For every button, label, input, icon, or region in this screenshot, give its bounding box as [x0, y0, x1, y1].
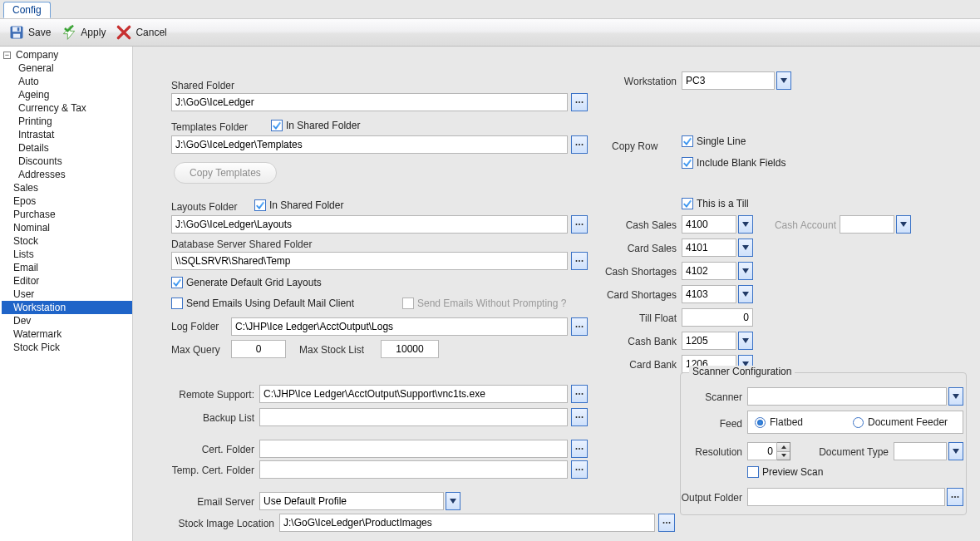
cash-bank-select[interactable]	[682, 332, 736, 350]
workstation-select[interactable]	[682, 71, 775, 90]
tree-item-stock-pick[interactable]: Stock Pick	[2, 341, 132, 354]
tree-item-user[interactable]: User	[2, 288, 132, 301]
layouts-folder-input[interactable]	[171, 215, 568, 234]
layouts-in-shared-check[interactable]: In Shared Folder	[254, 199, 343, 211]
cert-folder-input[interactable]	[259, 440, 568, 458]
cash-bank-dropdown[interactable]	[738, 332, 753, 350]
stock-image-loc-input[interactable]	[279, 514, 655, 532]
ellipsis-icon	[951, 495, 959, 499]
tree-label: Sales	[13, 182, 38, 194]
svg-point-18	[582, 326, 584, 327]
svg-point-20	[579, 393, 580, 395]
resolution-input[interactable]	[747, 442, 777, 460]
temp-cert-folder-input[interactable]	[259, 460, 568, 479]
cancel-button[interactable]: Cancel	[112, 22, 170, 42]
spin-down-icon[interactable]	[777, 451, 790, 460]
templates-in-shared-check[interactable]: In Shared Folder	[271, 120, 360, 131]
resolution-spinner[interactable]	[747, 442, 790, 460]
card-sales-select[interactable]	[682, 239, 736, 257]
copy-templates-button[interactable]: Copy Templates	[174, 162, 277, 184]
svg-rect-3	[17, 27, 20, 31]
templates-folder-input[interactable]	[171, 135, 568, 154]
tree-label: Currency & Tax	[18, 102, 86, 114]
svg-point-11	[579, 224, 580, 225]
doc-type-dropdown[interactable]	[948, 442, 963, 460]
templates-folder-browse[interactable]	[571, 135, 588, 154]
log-folder-browse[interactable]	[571, 317, 588, 336]
include-blank-check[interactable]: Include Blank Fields	[682, 157, 785, 169]
apply-button[interactable]: Apply	[57, 22, 109, 42]
shared-folder-input[interactable]	[171, 93, 568, 111]
feed-doc-feeder-radio[interactable]: Document Feeder	[853, 416, 948, 428]
db-server-shared-input[interactable]	[171, 252, 568, 270]
card-shortages-dropdown[interactable]	[738, 285, 753, 303]
doc-type-select[interactable]	[894, 442, 947, 460]
workstation-dropdown[interactable]	[776, 71, 791, 90]
db-server-shared-browse[interactable]	[571, 252, 588, 270]
till-float-label: Till Float	[595, 312, 677, 324]
cash-account-dropdown[interactable]	[896, 215, 911, 234]
collapse-icon[interactable]: −	[3, 52, 11, 59]
tree-item-purchase[interactable]: Purchase	[2, 208, 132, 221]
output-folder-input[interactable]	[747, 488, 945, 506]
tree-item-ageing[interactable]: Ageing	[2, 88, 132, 101]
tree-item-epos[interactable]: Epos	[2, 194, 132, 208]
tree-item-watermark[interactable]: Watermark	[2, 327, 132, 341]
tree-item-editor[interactable]: Editor	[2, 274, 132, 288]
cash-account-select[interactable]	[840, 215, 894, 234]
cert-folder-browse[interactable]	[571, 440, 588, 458]
tree-item-intrastat[interactable]: Intrastat	[2, 128, 132, 141]
email-server-dropdown[interactable]	[446, 492, 460, 510]
shared-folder-browse[interactable]	[571, 93, 588, 111]
tree-label: Addresses	[18, 169, 66, 180]
backup-list-browse[interactable]	[571, 408, 588, 426]
tree-item-addresses[interactable]: Addresses	[2, 168, 132, 181]
tree-item-nominal[interactable]: Nominal	[2, 221, 132, 234]
tree-item-discounts[interactable]: Discounts	[2, 155, 132, 168]
output-folder-browse[interactable]	[947, 488, 963, 506]
send-emails-noprompt-check[interactable]: Send Emails Without Prompting ?	[402, 298, 566, 309]
tree-item-auto[interactable]: Auto	[2, 75, 132, 88]
backup-list-input[interactable]	[259, 408, 568, 426]
card-shortages-select[interactable]	[682, 285, 736, 303]
send-emails-default-check[interactable]: Send Emails Using Default Mail Client	[171, 298, 354, 309]
log-folder-input[interactable]	[231, 317, 568, 336]
card-sales-dropdown[interactable]	[738, 239, 753, 257]
tree-item-company[interactable]: − Company	[2, 48, 132, 61]
tree-item-currency-tax[interactable]: Currency & Tax	[2, 101, 132, 115]
save-button[interactable]: Save	[5, 22, 54, 42]
cash-sales-dropdown[interactable]	[738, 215, 753, 234]
tree-item-general[interactable]: General	[2, 61, 132, 75]
tree-item-email[interactable]: Email	[2, 261, 132, 274]
layouts-folder-browse[interactable]	[571, 215, 588, 234]
spin-up-icon[interactable]	[777, 443, 790, 451]
tree-item-lists[interactable]: Lists	[2, 248, 132, 261]
this-is-till-check[interactable]: This is a Till	[682, 198, 749, 209]
tree-item-dev[interactable]: Dev	[2, 314, 132, 327]
cash-shortages-dropdown[interactable]	[738, 262, 753, 280]
cash-shortages-select[interactable]	[682, 262, 736, 280]
max-query-input[interactable]	[231, 340, 286, 358]
remote-support-input[interactable]	[259, 385, 568, 403]
scanner-dropdown[interactable]	[948, 387, 963, 406]
tab-config[interactable]: Config	[3, 2, 51, 18]
generate-default-grid-check[interactable]: Generate Default Grid Layouts	[171, 277, 322, 288]
single-line-check[interactable]: Single Line	[682, 135, 746, 147]
scanner-select[interactable]	[747, 387, 947, 406]
remote-support-browse[interactable]	[571, 385, 588, 403]
tree-label: Stock Pick	[13, 342, 60, 353]
feed-flatbed-radio[interactable]: Flatbed	[755, 416, 803, 428]
tree-item-sales[interactable]: Sales	[2, 181, 132, 194]
tree-item-printing[interactable]: Printing	[2, 115, 132, 128]
tree-item-stock[interactable]: Stock	[2, 234, 132, 248]
email-server-select[interactable]	[259, 492, 444, 510]
preview-scan-check[interactable]: Preview Scan	[747, 466, 823, 478]
stock-image-loc-browse[interactable]	[658, 514, 675, 532]
max-stock-list-input[interactable]	[381, 340, 439, 358]
temp-cert-folder-browse[interactable]	[571, 460, 588, 479]
till-float-input[interactable]	[682, 308, 753, 327]
ellipsis-icon	[575, 416, 584, 419]
tree-item-details[interactable]: Details	[2, 141, 132, 155]
tree-item-workstation[interactable]: Workstation	[2, 301, 132, 314]
cash-sales-select[interactable]	[682, 215, 736, 234]
